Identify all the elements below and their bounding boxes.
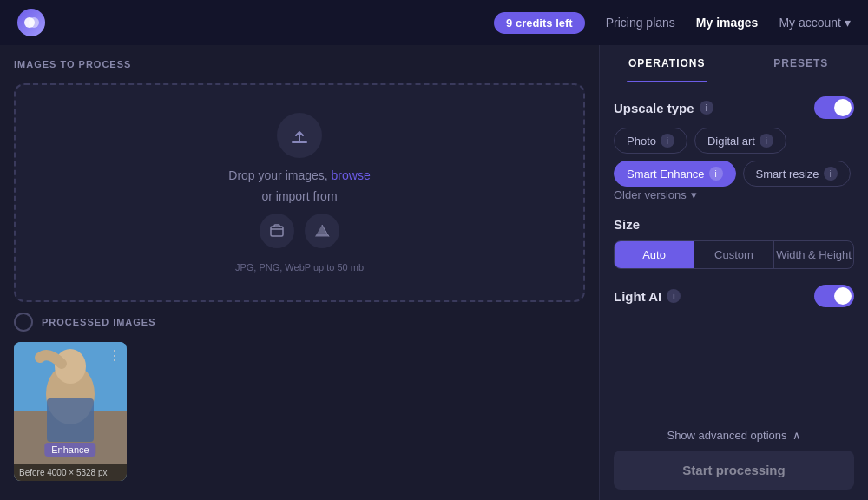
size-btn-auto[interactable]: Auto	[615, 241, 694, 268]
header-nav: 9 credits left Pricing plans My images M…	[494, 12, 851, 34]
main-content: IMAGES TO PROCESS Drop your images, brow…	[0, 45, 868, 500]
light-ai-section: Light AI i	[614, 285, 854, 307]
upscale-type-section: Upscale type i Photo i Digital art i	[614, 96, 854, 201]
tab-presets[interactable]: PRESETS	[734, 45, 869, 82]
light-ai-label: Light AI i	[614, 289, 681, 304]
upload-icon	[277, 113, 322, 158]
file-types-label: JPG, PNG, WebP up to 50 mb	[235, 262, 364, 273]
type-btn-digital-art[interactable]: Digital art i	[694, 128, 786, 154]
upscale-info-icon[interactable]: i	[700, 101, 713, 115]
browse-link[interactable]: browse	[332, 168, 371, 182]
import-icons	[260, 214, 339, 248]
processed-check-icon	[14, 312, 33, 332]
processed-image-thumb[interactable]: Enhance ⋮ Before 4000 × 5328 px	[14, 342, 127, 481]
google-drive-btn[interactable]	[305, 214, 339, 248]
credits-badge[interactable]: 9 credits left	[494, 12, 585, 34]
ops-content: Upscale type i Photo i Digital art i	[600, 82, 868, 418]
svg-point-1	[29, 17, 39, 28]
type-btn-photo[interactable]: Photo i	[614, 128, 687, 154]
advanced-options-toggle[interactable]: Show advanced options ∧	[614, 429, 854, 442]
photo-info-icon[interactable]: i	[661, 134, 674, 148]
svg-rect-2	[271, 227, 283, 236]
tab-operations[interactable]: OPERATIONS	[600, 45, 734, 82]
upscale-type-buttons: Photo i Digital art i Smart Enhance i Sm…	[614, 128, 854, 187]
processed-images-grid: Enhance ⋮ Before 4000 × 5328 px	[14, 342, 585, 481]
type-btn-smart-enhance[interactable]: Smart Enhance i	[614, 161, 736, 187]
nav-pricing[interactable]: Pricing plans	[606, 16, 675, 30]
size-btn-width-height[interactable]: Width & Height	[774, 241, 853, 268]
ops-tabs: OPERATIONS PRESETS	[600, 45, 868, 82]
size-buttons: Auto Custom Width & Height	[614, 240, 854, 269]
older-versions-toggle[interactable]: Older versions ▾	[614, 188, 854, 201]
type-btn-smart-resize[interactable]: Smart resize i	[743, 161, 851, 187]
smart-enhance-info-icon[interactable]: i	[709, 167, 723, 181]
size-btn-custom[interactable]: Custom	[694, 241, 774, 268]
drop-zone[interactable]: Drop your images, browse or import from	[14, 83, 585, 302]
nav-account[interactable]: My account ▾	[779, 16, 851, 30]
light-ai-info-icon[interactable]: i	[667, 289, 681, 303]
upscale-toggle[interactable]	[814, 96, 854, 119]
local-files-btn[interactable]	[260, 214, 294, 248]
smart-resize-info-icon[interactable]: i	[824, 167, 838, 181]
upscale-type-row: Upscale type i	[614, 96, 854, 119]
import-from-text: or import from	[261, 189, 337, 203]
upscale-type-label: Upscale type i	[614, 101, 713, 115]
chevron-up-icon: ∧	[792, 429, 801, 442]
size-label: Size	[614, 217, 854, 232]
light-ai-toggle[interactable]	[814, 285, 854, 307]
processed-header: PROCESSED IMAGES	[14, 312, 585, 332]
left-panel: IMAGES TO PROCESS Drop your images, brow…	[0, 45, 599, 500]
right-footer: Show advanced options ∧ Start processing	[600, 418, 868, 500]
start-processing-button[interactable]: Start processing	[614, 451, 854, 490]
right-panel: OPERATIONS PRESETS Upscale type i Photo …	[599, 45, 868, 500]
image-meta: Before 4000 × 5328 px	[14, 464, 127, 481]
image-menu-btn[interactable]: ⋮	[108, 347, 122, 364]
images-to-process-title: IMAGES TO PROCESS	[14, 59, 585, 69]
logo	[17, 9, 45, 36]
nav-my-images[interactable]: My images	[696, 16, 759, 30]
size-section: Size Auto Custom Width & Height	[614, 217, 854, 269]
header: 9 credits left Pricing plans My images M…	[0, 0, 868, 45]
processed-images-title: PROCESSED IMAGES	[42, 317, 156, 327]
digital-art-info-icon[interactable]: i	[760, 134, 773, 148]
enhance-badge: Enhance	[44, 443, 95, 457]
drop-text: Drop your images, browse	[228, 168, 370, 182]
svg-rect-7	[47, 398, 94, 442]
